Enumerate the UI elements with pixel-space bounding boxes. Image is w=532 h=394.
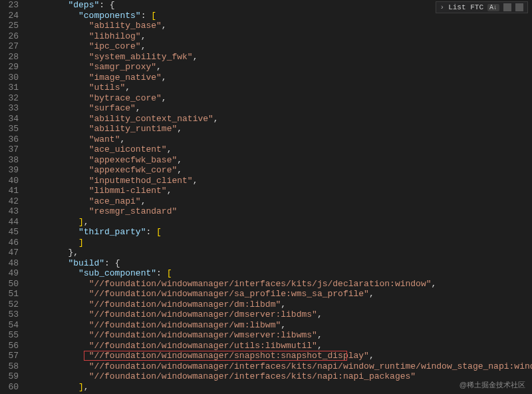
code-line[interactable]: "ability_base", (27, 21, 532, 31)
code-line[interactable]: "appexecfwk_base", (27, 155, 532, 166)
code-line[interactable]: "components": [ (27, 11, 532, 21)
code-line[interactable]: "ability_runtime", (27, 124, 532, 134)
line-number: 32 (5, 93, 19, 104)
code-line[interactable]: "//foundation/windowmanager/wm:libwm", (27, 320, 532, 331)
code-editor[interactable]: 2324252627282930313233343536373839404142… (0, 0, 532, 394)
line-number: 55 (5, 330, 19, 341)
code-line[interactable]: "utils", (27, 83, 532, 93)
code-line[interactable]: "system_ability_fwk", (27, 52, 532, 63)
code-line[interactable]: "//foundation/windowmanager/sa_profile:w… (27, 289, 532, 299)
code-line[interactable]: "//foundation/windowmanager/dm:libdm", (27, 299, 532, 310)
line-number: 38 (5, 155, 19, 166)
line-number: 29 (5, 62, 19, 73)
watermark-text: @稀土掘金技术社区 (460, 380, 525, 390)
code-line[interactable]: "ipc_core", (27, 41, 532, 52)
code-line[interactable]: ], (27, 382, 532, 393)
code-area[interactable]: "deps": { "components": [ "ability_base"… (27, 0, 532, 394)
line-number: 39 (5, 165, 19, 176)
line-number: 56 (5, 341, 19, 351)
line-number: 24 (5, 11, 19, 21)
code-line[interactable]: }, (27, 248, 532, 258)
code-line[interactable]: "//foundation/windowmanager/snapshot:sna… (27, 351, 532, 361)
line-number: 40 (5, 176, 19, 186)
line-number: 26 (5, 31, 19, 42)
code-line[interactable]: "resmgr_standard" (27, 206, 532, 217)
code-line[interactable]: "bytrace_core", (27, 93, 532, 104)
line-number: 57 (5, 351, 19, 361)
code-line[interactable]: "//foundation/windowmanager/dmserver:lib… (27, 309, 532, 320)
line-number: 50 (5, 279, 19, 290)
line-number: 33 (5, 103, 19, 114)
code-line[interactable]: "appexecfwk_core", (27, 165, 532, 176)
line-number: 48 (5, 258, 19, 269)
code-line[interactable]: "//foundation/windowmanager/interfaces/k… (27, 361, 532, 372)
line-number: 52 (5, 299, 19, 310)
code-line[interactable]: "want", (27, 134, 532, 145)
line-number: 51 (5, 289, 19, 299)
code-line[interactable]: "surface", (27, 103, 532, 114)
code-line[interactable]: "//foundation/windowmanager/interfaces/k… (27, 279, 532, 290)
code-line[interactable]: "libmmi-client", (27, 186, 532, 196)
code-line[interactable]: ], (27, 217, 532, 228)
line-number: 42 (5, 196, 19, 207)
line-number: 41 (5, 186, 19, 196)
code-line[interactable]: "libhilog", (27, 31, 532, 42)
code-line[interactable]: "ability_context_native", (27, 114, 532, 124)
line-number: 44 (5, 217, 19, 228)
code-line[interactable]: "//foundation/windowmanager/interfaces/k… (27, 371, 532, 382)
code-line[interactable]: "third_party": [ (27, 227, 532, 238)
code-line[interactable]: "//foundation/windowmanager/utils:libwmu… (27, 341, 532, 351)
line-number: 34 (5, 114, 19, 124)
line-number: 25 (5, 21, 19, 31)
line-number: 59 (5, 371, 19, 382)
line-number: 35 (5, 124, 19, 134)
code-line[interactable]: "samgr_proxy", (27, 62, 532, 73)
line-number: 36 (5, 134, 19, 145)
code-line[interactable]: "ace_napi", (27, 196, 532, 207)
code-line[interactable]: "inputmethod_client", (27, 176, 532, 186)
line-number: 60 (5, 382, 19, 393)
line-number: 46 (5, 238, 19, 248)
line-number: 31 (5, 83, 19, 93)
line-number: 30 (5, 73, 19, 83)
code-line[interactable]: "//foundation/windowmanager/wmserver:lib… (27, 330, 532, 341)
line-number: 54 (5, 320, 19, 331)
line-number: 49 (5, 268, 19, 279)
line-number: 27 (5, 41, 19, 52)
line-number: 37 (5, 144, 19, 155)
code-line[interactable]: "image_native", (27, 73, 532, 83)
code-line[interactable]: ] (27, 238, 532, 248)
code-line[interactable]: "deps": { (27, 0, 532, 11)
line-number: 47 (5, 248, 19, 258)
line-number: 28 (5, 52, 19, 63)
line-number: 53 (5, 309, 19, 320)
code-line[interactable]: "sub_component": [ (27, 268, 532, 279)
line-number: 43 (5, 206, 19, 217)
line-number: 45 (5, 227, 19, 238)
line-number: 58 (5, 361, 19, 372)
code-line[interactable]: "build": { (27, 258, 532, 269)
code-line[interactable]: "ace_uicontent", (27, 144, 532, 155)
line-number-gutter: 2324252627282930313233343536373839404142… (0, 0, 27, 394)
line-number: 23 (5, 0, 19, 11)
